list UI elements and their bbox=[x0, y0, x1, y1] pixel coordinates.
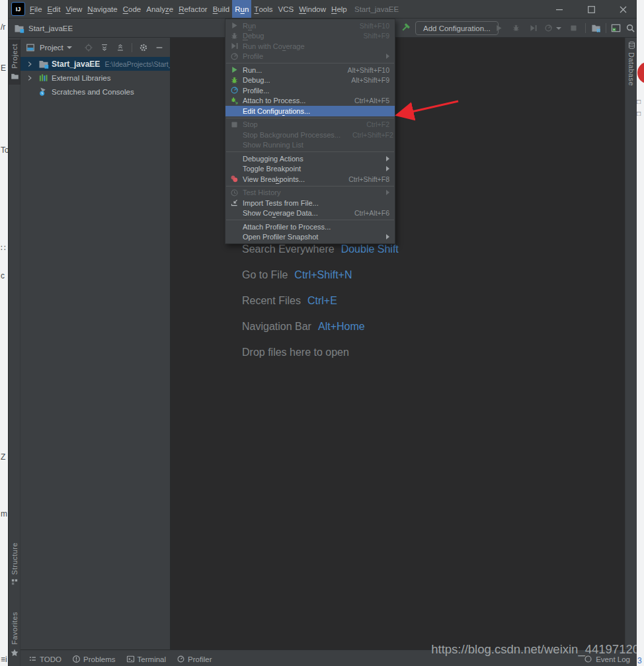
build-hammer-icon[interactable] bbox=[399, 22, 411, 34]
menubar-item-refactor[interactable]: Refactor bbox=[176, 0, 210, 18]
collapse-all-icon[interactable] bbox=[116, 43, 125, 52]
tree-item-path: E:\IdeaProjects\Start_javaEE bbox=[104, 60, 171, 68]
close-button[interactable] bbox=[613, 0, 633, 19]
menu-item-debug-dialog[interactable]: Debug...Alt+Shift+F9 bbox=[225, 75, 395, 86]
tool-window-icon bbox=[26, 43, 35, 52]
menu-item-label: Profile bbox=[243, 52, 382, 60]
tool-tab-label: Favorites bbox=[11, 612, 19, 645]
background-text-fragment: E bbox=[1, 63, 6, 73]
menu-item-shortcut: Shift+F9 bbox=[364, 32, 389, 40]
background-text-fragment: /r bbox=[1, 22, 5, 32]
background-text-fragment: Z bbox=[1, 452, 5, 462]
chevron-right-icon[interactable] bbox=[26, 73, 35, 83]
tree-item-label: Start_javaEE bbox=[52, 60, 100, 69]
add-configuration-button[interactable]: Add Configuration... bbox=[415, 21, 499, 35]
hide-panel-icon[interactable] bbox=[155, 43, 164, 52]
menu-item-shortcut: Shift+F10 bbox=[360, 22, 389, 30]
statusbar-terminal-button[interactable]: Terminal bbox=[126, 655, 166, 663]
coverage-icon bbox=[528, 22, 539, 34]
submenu-arrow-icon bbox=[386, 190, 389, 195]
minimize-button[interactable] bbox=[549, 0, 569, 19]
menu-item-show-coverage-data[interactable]: Show Coverage Data...Ctrl+Alt+F6 bbox=[225, 208, 395, 219]
tool-tab-structure[interactable]: Structure bbox=[9, 542, 20, 586]
editor-hint-label: Go to File bbox=[242, 269, 288, 280]
tree-row-scratches[interactable]: Scratches and Consoles bbox=[20, 85, 170, 99]
tool-tab-favorites[interactable]: Favorites bbox=[9, 612, 20, 657]
menu-item-label: Show Coverage Data... bbox=[243, 209, 342, 217]
submenu-arrow-icon bbox=[386, 234, 389, 239]
editor-hint-line: Recent FilesCtrl+E bbox=[242, 295, 337, 307]
menu-item-profile-dialog[interactable]: Profile... bbox=[225, 85, 395, 96]
menubar-item-file[interactable]: File bbox=[27, 0, 45, 18]
project-panel-header: Project bbox=[20, 38, 170, 57]
tool-tab-project[interactable]: Project bbox=[9, 40, 20, 85]
menu-item-edit-configurations[interactable]: Edit Configurations... bbox=[225, 106, 395, 116]
menubar-item-window[interactable]: Window bbox=[296, 0, 329, 18]
tree-row-external-libraries[interactable]: External Libraries bbox=[20, 71, 170, 85]
menubar-item-run[interactable]: Run bbox=[232, 0, 251, 18]
run-menu-dropdown: RunShift+F10DebugShift+F9Run with Covera… bbox=[225, 19, 395, 244]
libraries-icon bbox=[38, 72, 49, 83]
menu-item-attach-to-process[interactable]: Attach to Process...Ctrl+Alt+F5 bbox=[225, 96, 395, 106]
menu-item-run-dialog[interactable]: Run...Alt+Shift+F10 bbox=[225, 65, 395, 75]
settings-gear-icon[interactable] bbox=[139, 43, 148, 52]
maximize-button[interactable] bbox=[581, 0, 601, 19]
menu-item-label: Debugging Actions bbox=[243, 155, 382, 163]
statusbar-profiler-button[interactable]: Profiler bbox=[177, 655, 212, 663]
scratches-icon bbox=[38, 86, 49, 97]
statusbar-todo-button[interactable]: TODO bbox=[28, 655, 61, 663]
select-in-project-icon[interactable] bbox=[590, 22, 602, 34]
menu-item-import-tests[interactable]: Import Tests from File... bbox=[225, 198, 395, 208]
breadcrumb-project-name: Start_javaEE bbox=[28, 24, 73, 32]
submenu-arrow-icon bbox=[386, 54, 389, 59]
menubar-item-edit[interactable]: Edit bbox=[45, 0, 63, 18]
chevron-right-icon[interactable] bbox=[26, 60, 35, 69]
run-anything-icon[interactable] bbox=[610, 22, 622, 34]
menubar-item-build[interactable]: Build bbox=[210, 0, 233, 18]
menu-item-attach-profiler[interactable]: Attach Profiler to Process... bbox=[225, 222, 395, 232]
tree-row-project-root[interactable]: Start_javaEE E:\IdeaProjects\Start_javaE… bbox=[20, 57, 170, 71]
menu-item-toggle-breakpoint[interactable]: Toggle Breakpoint bbox=[225, 164, 395, 175]
breakpoints-icon bbox=[229, 174, 239, 184]
menubar-item-view[interactable]: View bbox=[63, 0, 85, 18]
menu-item-label: Test History bbox=[243, 188, 382, 196]
panel-title[interactable]: Project bbox=[40, 44, 63, 52]
run-options-caret-icon bbox=[556, 27, 561, 30]
menubar-item-help[interactable]: Help bbox=[329, 0, 350, 18]
menu-item-label: Debug... bbox=[243, 76, 339, 84]
menu-item-icon-placeholder bbox=[229, 232, 239, 242]
menubar-item-tools[interactable]: Tools bbox=[251, 0, 275, 18]
menu-item-run-with-coverage: Run with Coverage bbox=[225, 41, 395, 52]
menu-item-view-breakpoints[interactable]: View Breakpoints...Ctrl+Shift+F8 bbox=[225, 174, 395, 185]
menu-item-open-profiler-snapshot[interactable]: Open Profiler Snapshot bbox=[225, 232, 395, 243]
submenu-arrow-icon bbox=[386, 156, 389, 161]
background-text-fragment: ≡i bbox=[1, 655, 7, 664]
menu-item-label: Stop bbox=[243, 120, 354, 128]
menubar-item-analyze[interactable]: Analyze bbox=[143, 0, 176, 18]
menu-item-icon-placeholder bbox=[229, 130, 239, 140]
menubar-item-vcs[interactable]: VCS bbox=[275, 0, 296, 18]
submenu-arrow-icon bbox=[386, 166, 389, 171]
run-icon bbox=[229, 65, 239, 75]
statusbar-problems-button[interactable]: Problems bbox=[72, 655, 116, 663]
menubar-item-code[interactable]: Code bbox=[120, 0, 144, 18]
tool-tab-label: Structure bbox=[11, 542, 19, 575]
import-icon bbox=[229, 198, 239, 208]
search-everywhere-icon[interactable] bbox=[625, 22, 636, 34]
background-page-right-strip: 3 □□ bbox=[637, 0, 644, 666]
menu-item-profile: Profile bbox=[225, 52, 395, 62]
expand-all-icon[interactable] bbox=[100, 43, 109, 52]
statusbar-label: Terminal bbox=[138, 655, 166, 663]
tree-item-label: External Libraries bbox=[52, 74, 110, 82]
panel-title-caret-icon[interactable] bbox=[67, 46, 72, 49]
menu-item-debugging-actions[interactable]: Debugging Actions bbox=[225, 153, 395, 164]
menubar-item-navigate[interactable]: Navigate bbox=[85, 0, 120, 18]
breadcrumb[interactable]: Start_javaEE bbox=[14, 19, 73, 38]
favorites-star-icon bbox=[10, 648, 19, 657]
tool-tab-database[interactable]: Database bbox=[625, 41, 637, 86]
background-text-fragment: c bbox=[1, 271, 5, 280]
menu-item-shortcut: Ctrl+Shift+F2 bbox=[352, 131, 393, 139]
menu-item-label: Stop Background Processes... bbox=[243, 131, 341, 139]
bug-icon bbox=[229, 31, 239, 41]
stop-icon bbox=[229, 120, 239, 130]
